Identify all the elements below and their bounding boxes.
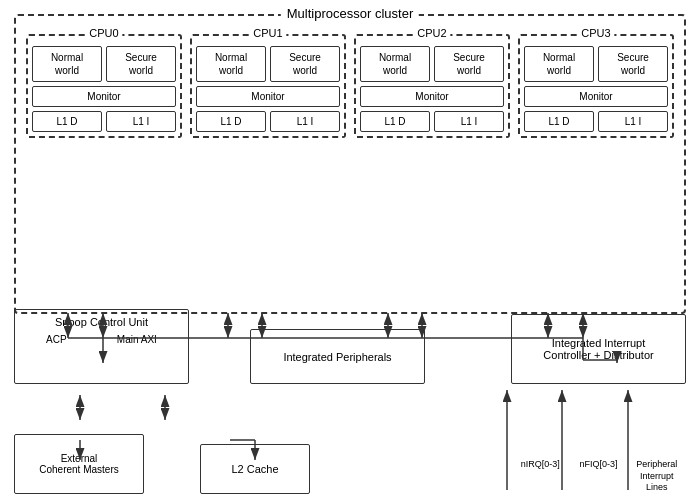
peripherals-label: Integrated Peripherals <box>283 351 391 363</box>
cpu0-worlds-row: Normalworld Secureworld <box>32 46 176 82</box>
cpu3-monitor: Monitor <box>524 86 668 107</box>
ext-masters-label: ExternalCoherent Masters <box>39 453 118 475</box>
peripheral-interrupt-label: PeripheralInterruptLines <box>628 459 686 494</box>
cpu2-secure-world: Secureworld <box>434 46 504 82</box>
l2-label: L2 Cache <box>231 463 278 475</box>
scu-box: Snoop Control Unit ACP Main AXI <box>14 309 189 384</box>
cpu1-label: CPU1 <box>249 27 286 39</box>
cpu3-secure-world: Secureworld <box>598 46 668 82</box>
cpu2-box: CPU2 Normalworld Secureworld Monitor L1 … <box>354 34 510 138</box>
nirq-label: nIRQ[0-3] <box>511 459 569 494</box>
cpu2-l1i: L1 I <box>434 111 504 132</box>
cpu3-label: CPU3 <box>577 27 614 39</box>
cpu0-secure-world: Secureworld <box>106 46 176 82</box>
cpu3-box: CPU3 Normalworld Secureworld Monitor L1 … <box>518 34 674 138</box>
scu-main-axi-label: Main AXI <box>117 334 157 345</box>
cpu3-normal-world: Normalworld <box>524 46 594 82</box>
cluster-title: Multiprocessor cluster <box>281 6 419 21</box>
cpu1-l1d: L1 D <box>196 111 266 132</box>
cpu0-l1-row: L1 D L1 I <box>32 111 176 132</box>
diagram-wrapper: Multiprocessor cluster CPU0 Normalworld … <box>0 0 700 504</box>
cpu3-l1i: L1 I <box>598 111 668 132</box>
interrupt-labels: nIRQ[0-3] nFIQ[0-3] PeripheralInterruptL… <box>511 459 686 494</box>
iic-box: Integrated InterruptController + Distrib… <box>511 314 686 384</box>
nfiq-label: nFIQ[0-3] <box>569 459 627 494</box>
cpu1-l1-row: L1 D L1 I <box>196 111 340 132</box>
cpu2-l1d: L1 D <box>360 111 430 132</box>
cpu2-monitor: Monitor <box>360 86 504 107</box>
cpu1-worlds-row: Normalworld Secureworld <box>196 46 340 82</box>
cpu0-l1d: L1 D <box>32 111 102 132</box>
cpu0-l1i: L1 I <box>106 111 176 132</box>
cpu2-l1-row: L1 D L1 I <box>360 111 504 132</box>
peripherals-box: Integrated Peripherals <box>250 329 425 384</box>
cpu1-box: CPU1 Normalworld Secureworld Monitor L1 … <box>190 34 346 138</box>
cpu0-box: CPU0 Normalworld Secureworld Monitor L1 … <box>26 34 182 138</box>
cpu1-l1i: L1 I <box>270 111 340 132</box>
cpu0-normal-world: Normalworld <box>32 46 102 82</box>
scu-title: Snoop Control Unit <box>21 316 182 328</box>
iic-label: Integrated InterruptController + Distrib… <box>543 337 653 361</box>
cpu1-secure-world: Secureworld <box>270 46 340 82</box>
ext-masters-box: ExternalCoherent Masters <box>14 434 144 494</box>
scu-acp-label: ACP <box>46 334 67 345</box>
cpu0-monitor: Monitor <box>32 86 176 107</box>
cpu2-label: CPU2 <box>413 27 450 39</box>
cpu1-monitor: Monitor <box>196 86 340 107</box>
scu-labels: ACP Main AXI <box>21 334 182 345</box>
cpu3-l1-row: L1 D L1 I <box>524 111 668 132</box>
l2-box: L2 Cache <box>200 444 310 494</box>
cpu3-l1d: L1 D <box>524 111 594 132</box>
cpu1-normal-world: Normalworld <box>196 46 266 82</box>
cpu2-worlds-row: Normalworld Secureworld <box>360 46 504 82</box>
multiprocessor-cluster: Multiprocessor cluster CPU0 Normalworld … <box>14 14 686 314</box>
cpu0-label: CPU0 <box>85 27 122 39</box>
cpu2-normal-world: Normalworld <box>360 46 430 82</box>
cpu3-worlds-row: Normalworld Secureworld <box>524 46 668 82</box>
cpu-container: CPU0 Normalworld Secureworld Monitor L1 … <box>26 34 674 138</box>
